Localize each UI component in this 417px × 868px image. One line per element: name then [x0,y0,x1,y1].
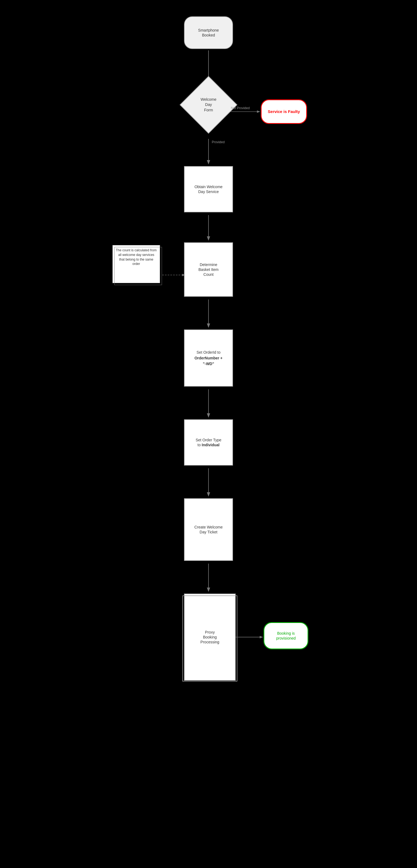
smartphone-booked-label: Smartphone Booked [198,28,219,38]
determine-basket-node: DetermineBasket ItemCount [184,242,233,297]
create-welcome-ticket-node: Create WelcomeDay Ticket [184,498,233,561]
welcome-day-form-node [180,76,237,134]
not-provided-label: Not Provided [231,106,250,110]
service-faulty-label: Service is Faulty [268,109,300,114]
note-box: The count is calculated from all welcome… [113,245,160,283]
set-order-type-node: Set Order Typeto Individual [184,419,233,466]
create-welcome-ticket-label: Create WelcomeDay Ticket [194,525,223,534]
proxy-booking-label: ProxyBookingProcessing [200,630,219,645]
booking-provisioned-label: Booking isprovisioned [276,631,296,641]
diagram-container: Smartphone Booked WelcomeDayForm Not Pro… [104,0,313,868]
proxy-booking-node: ProxyBookingProcessing [184,594,236,681]
obtain-welcome-label: Obtain WelcomeDay Service [194,184,222,194]
set-order-type-label: Set Order Typeto Individual [196,438,222,447]
service-faulty-node: Service is Faulty [261,99,307,124]
determine-basket-label: DetermineBasket ItemCount [198,262,219,277]
note-label: The count is calculated from all welcome… [116,248,157,266]
set-orderid-label: Set OrderId toOrderNumber +"-WD" [194,350,222,367]
set-orderid-node: Set OrderId toOrderNumber +"-WD" [184,330,233,386]
smartphone-booked-node: Smartphone Booked [184,16,233,49]
provided-label: Provided [212,140,225,144]
booking-provisioned-node: Booking isprovisioned [263,622,309,649]
obtain-welcome-node: Obtain WelcomeDay Service [184,166,233,212]
